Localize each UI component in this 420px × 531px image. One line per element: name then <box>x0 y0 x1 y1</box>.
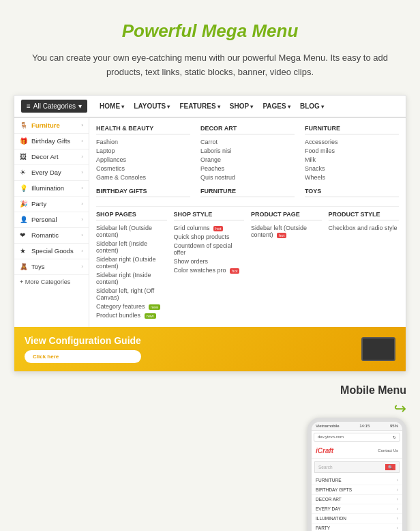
bottom-labels-row: Mega Menu ↩ Mobile Menu ↩ Vietnamobile 1… <box>14 379 406 531</box>
col-item: Carrot <box>200 138 295 147</box>
shop-pages-header: SHOP PAGES <box>96 211 167 220</box>
birthday-icon: 🎁 <box>20 137 28 145</box>
furniture-header2: FURNITURE <box>200 188 295 197</box>
phone-url-bar: dev.ytcvn.com ↻ <box>314 433 400 442</box>
phone-menu-label: PARTY <box>316 526 330 530</box>
nav-shop[interactable]: SHOP <box>230 102 254 110</box>
chevron-right-icon-8: › <box>81 232 83 238</box>
phone-menu-arrow: › <box>397 497 398 502</box>
sidebar-item-decor[interactable]: 🖼 Decor Art › <box>14 149 89 165</box>
search-button[interactable]: 🔍 <box>385 464 395 470</box>
chevron-right-icon-9: › <box>81 248 83 254</box>
chevron-right-icon-2: › <box>81 138 83 144</box>
shop-style-item: Show orders <box>174 257 245 266</box>
shop-style-item: Quick shop products <box>174 233 245 242</box>
nav-features[interactable]: FEATURES <box>179 102 220 110</box>
hot-badge: hot <box>213 226 223 231</box>
chevron-right-icon-4: › <box>81 169 83 175</box>
sidebar-item-personal[interactable]: 👤 Personal › <box>14 212 89 228</box>
product-page-item: Sidebar left (Outside content) hot <box>251 224 322 240</box>
phone-menu-label: DECOR ART <box>316 497 342 502</box>
toys-col2: TOYS <box>305 188 399 201</box>
personal-icon: 👤 <box>20 216 28 224</box>
toys-icon: 🧸 <box>20 263 28 271</box>
dropdown-arrow-icon: ▾ <box>78 102 82 110</box>
phone-logo: iCraft <box>316 447 333 455</box>
phone-menu-item-everyday[interactable]: EVERY DAY › <box>312 504 402 514</box>
nav-home[interactable]: HOME <box>100 102 124 110</box>
shop-pages-item: Sidebar right (Outside content) <box>96 255 167 271</box>
special-icon: ★ <box>20 247 28 255</box>
health-beauty-col: HEALTH & BEAUTY Fashion Laptop Appliance… <box>96 125 190 182</box>
shop-pages-item: Category features new <box>96 302 167 311</box>
col-item: Appliances <box>96 156 190 164</box>
more-categories[interactable]: + More Categories <box>14 275 89 289</box>
mobile-phone-mock: Vietnamobile 14:15 95% dev.ytcvn.com ↻ i… <box>308 418 406 531</box>
sidebar-item-toys[interactable]: 🧸 Toys › <box>14 259 89 275</box>
col-item: Milk <box>305 156 399 164</box>
phone-menu-item-furniture[interactable]: FURNITURE › <box>312 476 402 485</box>
search-placeholder: Search <box>318 465 333 470</box>
shop-pages-item: Sidebar right (Inside content) <box>96 271 167 287</box>
all-categories-btn[interactable]: ≡ All Categories ▾ <box>21 100 87 113</box>
phone-menu-item-illumination[interactable]: ILLUMINATION › <box>312 514 402 523</box>
shop-pages-item: Sidebar left, right (Off Canvas) <box>96 287 167 302</box>
shop-style-item: Grid columns hot <box>174 224 245 233</box>
sidebar-label-personal: Personal <box>31 216 57 223</box>
phone-menu-arrow: › <box>397 478 398 483</box>
shop-pages-item: Sidebar left (Outside content) <box>96 224 167 240</box>
nav-pages[interactable]: PAGES <box>262 102 290 110</box>
all-categories-label: All Categories <box>33 102 76 110</box>
chevron-right-icon-10: › <box>81 263 83 270</box>
decor-art-header: DECOR ART <box>200 125 295 134</box>
sidebar-item-illumination[interactable]: 💡 Illumination › <box>14 181 89 197</box>
mega-dropdown: 🪑 Furniture › 🎁 Birthday Gifts › 🖼 De <box>14 117 406 327</box>
sidebar-item-birthday[interactable]: 🎁 Birthday Gifts › <box>14 134 89 149</box>
phone-menu-content: FURNITURE › BIRTHDAY GIFTS › DECOR ART ›… <box>312 476 402 531</box>
phone-search-bar[interactable]: Search 🔍 <box>314 461 400 473</box>
nav-layouts[interactable]: LAYOUTS <box>134 102 170 110</box>
sidebar-label-toys: Toys <box>31 263 45 270</box>
banner-click-btn[interactable]: Click here <box>25 350 141 363</box>
everyday-icon: ☀ <box>20 169 28 177</box>
phone-menu-arrow: › <box>397 526 398 530</box>
sidebar-label-romantic: Romantic <box>31 231 59 239</box>
sidebar: 🪑 Furniture › 🎁 Birthday Gifts › 🖼 De <box>14 118 89 327</box>
col-item: Cosmetics <box>96 164 190 173</box>
col-item: Fashion <box>96 138 190 147</box>
phone-menu-item-birthday[interactable]: BIRTHDAY GIFTS › <box>312 485 402 495</box>
shop-pages-item: Sidebar left (Inside content) <box>96 240 167 255</box>
sidebar-item-romantic[interactable]: ❤ Romantic › <box>14 228 89 244</box>
phone-menu-arrow: › <box>397 516 398 521</box>
sidebar-label-birthday: Birthday Gifts <box>31 137 70 145</box>
shop-pages-item: Product bundles new <box>96 311 167 320</box>
new-badge-2: new <box>145 313 156 319</box>
sidebar-item-party[interactable]: 🎉 Party › <box>14 197 89 212</box>
phone-menu-item-decor[interactable]: DECOR ART › <box>312 495 402 504</box>
sidebar-label-illumination: Illumination <box>31 184 64 192</box>
sidebar-item-special[interactable]: ★ Special Goods › <box>14 244 89 259</box>
birthday-gifts-col2: BIRTHDAY GIFTS <box>96 188 190 201</box>
mega-menu-screenshot: ≡ All Categories ▾ HOME LAYOUTS FEATURES… <box>14 95 406 372</box>
phone-contact-link: Contact Us <box>378 448 398 453</box>
chevron-right-icon-5: › <box>81 185 83 191</box>
mobile-menu-label-section: Mobile Menu ↩ <box>340 384 406 418</box>
sidebar-label-special: Special Goods <box>31 247 74 255</box>
phone-menu-item-party[interactable]: PARTY › <box>312 523 402 531</box>
sidebar-label-decor: Decor Art <box>31 153 59 160</box>
sidebar-item-furniture[interactable]: 🪑 Furniture › <box>14 118 89 134</box>
hot-badge-2: hot <box>230 268 239 274</box>
shop-style-col: SHOP STYLE Grid columns hot Quick shop p… <box>174 211 245 320</box>
hot-badge-3: hot <box>277 233 286 238</box>
mobile-menu-label-text: Mobile Menu <box>340 384 406 397</box>
sidebar-item-everyday[interactable]: ☀ Every Day › <box>14 165 89 181</box>
shop-pages-col: SHOP PAGES Sidebar left (Outside content… <box>96 211 167 320</box>
nav-blog[interactable]: BLOG <box>300 102 324 110</box>
chevron-right-icon-3: › <box>81 154 83 160</box>
phone-battery: 95% <box>390 424 398 428</box>
banner-text: View Configuration Guide <box>25 335 141 346</box>
new-badge: new <box>149 304 160 310</box>
health-beauty-header: HEALTH & BEAUTY <box>96 125 190 134</box>
phone-url: dev.ytcvn.com <box>318 435 344 440</box>
toys-header2: TOYS <box>305 188 399 197</box>
